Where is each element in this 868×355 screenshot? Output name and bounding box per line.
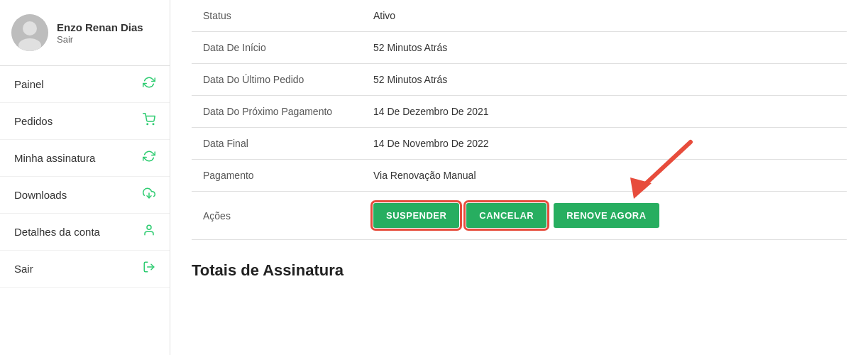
nav-label-downloads: Downloads bbox=[14, 189, 67, 201]
svg-point-6 bbox=[147, 225, 151, 229]
nav-label-pedidos: Pedidos bbox=[14, 115, 53, 127]
sync-icon bbox=[143, 76, 155, 92]
suspend-button[interactable]: SUSPENDER bbox=[373, 203, 459, 228]
row-label-3: Data Do Próximo Pagamento bbox=[192, 96, 362, 128]
user-icon bbox=[143, 224, 155, 240]
svg-point-3 bbox=[147, 124, 148, 125]
nav-label-painel: Painel bbox=[14, 78, 44, 90]
cancel-button[interactable]: CANCELAR bbox=[466, 203, 546, 228]
row-value-4: 14 De Novembro De 2022 bbox=[362, 128, 847, 160]
sync-icon bbox=[143, 150, 155, 166]
actions-cell: SUSPENDER CANCELAR RENOVE AGORA bbox=[362, 192, 847, 240]
nav-menu: Painel Pedidos Minha assinatura Download… bbox=[0, 66, 170, 288]
door-icon bbox=[143, 261, 155, 277]
info-table: Status Ativo Data De Início 52 Minutos A… bbox=[192, 0, 847, 240]
sidebar: Enzo Renan Dias Sair Painel Pedidos Minh… bbox=[0, 0, 170, 355]
row-value-3: 14 De Dezembro De 2021 bbox=[362, 96, 847, 128]
main-content: Status Ativo Data De Início 52 Minutos A… bbox=[170, 0, 868, 355]
row-value-0: Ativo bbox=[362, 0, 847, 32]
cart-icon bbox=[143, 113, 155, 129]
row-label-4: Data Final bbox=[192, 128, 362, 160]
svg-point-4 bbox=[153, 124, 154, 125]
cloud-icon bbox=[143, 187, 155, 203]
sidebar-item-downloads[interactable]: Downloads bbox=[0, 177, 170, 214]
row-value-5: Via Renovação Manual bbox=[362, 160, 847, 192]
table-row: Data De Início 52 Minutos Atrás bbox=[192, 32, 847, 64]
nav-label-minha-assinatura: Minha assinatura bbox=[14, 152, 95, 164]
row-label-0: Status bbox=[192, 0, 362, 32]
sidebar-item-minha-assinatura[interactable]: Minha assinatura bbox=[0, 140, 170, 177]
table-row: Data Do Próximo Pagamento 14 De Dezembro… bbox=[192, 96, 847, 128]
row-label-2: Data Do Último Pedido bbox=[192, 64, 362, 96]
row-value-1: 52 Minutos Atrás bbox=[362, 32, 847, 64]
sidebar-item-sair[interactable]: Sair bbox=[0, 251, 170, 288]
renew-button[interactable]: RENOVE AGORA bbox=[554, 203, 659, 228]
sidebar-item-painel[interactable]: Painel bbox=[0, 66, 170, 103]
nav-label-detalhes-da-conta: Detalhes da conta bbox=[14, 226, 100, 238]
sidebar-item-detalhes-da-conta[interactable]: Detalhes da conta bbox=[0, 214, 170, 251]
table-row: Pagamento Via Renovação Manual bbox=[192, 160, 847, 192]
actions-label: Ações bbox=[192, 192, 362, 240]
table-row: Status Ativo bbox=[192, 0, 847, 32]
svg-point-1 bbox=[23, 21, 37, 36]
user-info: Enzo Renan Dias Sair bbox=[57, 21, 143, 45]
row-label-5: Pagamento bbox=[192, 160, 362, 192]
nav-label-sair: Sair bbox=[14, 263, 33, 275]
table-row: Data Do Último Pedido 52 Minutos Atrás bbox=[192, 64, 847, 96]
user-name: Enzo Renan Dias bbox=[57, 21, 143, 35]
user-section: Enzo Renan Dias Sair bbox=[0, 0, 170, 66]
actions-row: Ações SUSPENDER CANCELAR RENOVE AGORA bbox=[192, 192, 847, 240]
table-row: Data Final 14 De Novembro De 2022 bbox=[192, 128, 847, 160]
sidebar-item-pedidos[interactable]: Pedidos bbox=[0, 103, 170, 140]
avatar bbox=[11, 14, 48, 51]
row-value-2: 52 Minutos Atrás bbox=[362, 64, 847, 96]
logout-link[interactable]: Sair bbox=[57, 34, 143, 45]
section-title: Totais de Assinatura bbox=[192, 261, 847, 280]
row-label-1: Data De Início bbox=[192, 32, 362, 64]
